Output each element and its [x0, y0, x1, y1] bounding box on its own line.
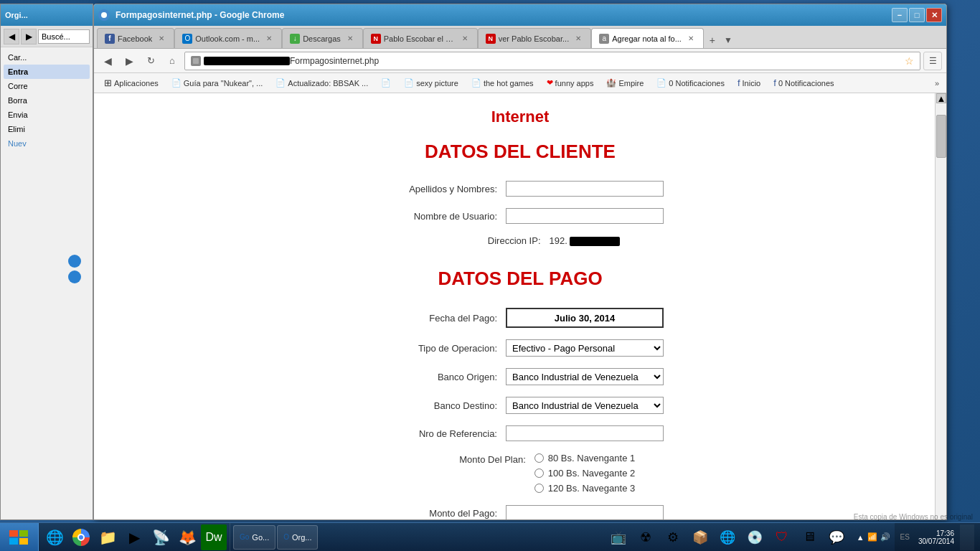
tray-triangle[interactable]: ▲	[857, 533, 864, 542]
ie-icon[interactable]: 🌐	[42, 524, 67, 550]
bbsak-favicon: 📄	[275, 78, 286, 88]
sidebar-item-envia[interactable]: Envia	[4, 108, 90, 122]
reload-btn[interactable]: ↻	[141, 52, 160, 70]
more-tabs-btn[interactable]: ▼	[721, 32, 735, 48]
teamviewer-icon[interactable]: 📺	[606, 524, 631, 550]
tab-close-pablo2[interactable]: ✕	[573, 34, 583, 44]
tab-facebook[interactable]: f Facebook ✕	[97, 28, 174, 48]
sidebar-item-entra[interactable]: Entra	[4, 65, 90, 79]
settings-btn[interactable]: ☰	[923, 52, 942, 70]
system-tray: ▲ 📶 🔊	[852, 532, 895, 542]
taskbar-item-outlook[interactable]: O Org...	[277, 525, 318, 550]
tipo-op-row: Tipo de Operacion: Efectivo - Pago Perso…	[226, 339, 814, 357]
more-bookmarks-btn[interactable]: »	[932, 79, 942, 88]
tab-close-outlook[interactable]: ✕	[264, 34, 274, 44]
box-icon[interactable]: 📦	[687, 524, 713, 550]
tab-agregar[interactable]: a Agregar nota al fo... ✕	[591, 28, 704, 48]
banco-origen-select[interactable]: Banco Industrial de Venezuela Banco de V…	[506, 368, 664, 385]
bookmark-bbsak[interactable]: 📄 Actualizado: BBSAK ...	[270, 75, 374, 91]
tab-close-agregar[interactable]: ✕	[686, 34, 696, 44]
monto-pago-row: Monto del Pago:	[226, 505, 814, 519]
back-btn[interactable]: ◀	[98, 52, 117, 70]
firefox-icon[interactable]: 🦊	[174, 524, 200, 550]
sidebar-item-corre[interactable]: Corre	[4, 79, 90, 93]
nro-ref-input[interactable]	[506, 425, 664, 441]
address-bar[interactable]: Formpagosinternet.php ☆	[184, 52, 920, 70]
sidebar-nav: ◀ ▶ Buscé...	[1, 26, 93, 47]
chrome-icon	[98, 9, 110, 21]
home-btn[interactable]: ⌂	[163, 52, 182, 70]
usuario-input[interactable]	[506, 208, 664, 224]
bookmark-notif2[interactable]: f 0 Notificaciones	[768, 75, 839, 91]
radio-100-input[interactable]	[534, 468, 544, 478]
bookmarks-bar: ⊞ Aplicaciones 📄 Guía para "Nukear", ...…	[94, 73, 946, 93]
tab-pablo2[interactable]: N ver Pablo Escobar... ✕	[478, 28, 591, 48]
sidebar-item-nuev[interactable]: Nuev	[4, 136, 90, 151]
media-icon[interactable]: ▶	[121, 524, 147, 550]
dvd-icon[interactable]: 💿	[742, 524, 768, 550]
bookmark-empire[interactable]: 🏰 Empire	[600, 75, 649, 91]
tab-close-pablo1[interactable]: ✕	[460, 34, 470, 44]
minimize-btn[interactable]: −	[892, 8, 908, 22]
radio-80-input[interactable]	[534, 453, 544, 463]
bookmark-hotgames[interactable]: 📄 the hot games	[466, 75, 540, 91]
monitor-icon[interactable]: 🖥	[796, 524, 822, 550]
sidebar-header: Orgi...	[1, 4, 93, 26]
bookmark-guia[interactable]: 📄 Guía para "Nukear", ...	[166, 75, 269, 91]
bookmark-apps[interactable]: ⊞ Aplicaciones	[98, 75, 164, 91]
banco-destino-select[interactable]: Banco Industrial de Venezuela Banco de V…	[506, 397, 664, 414]
sidebar-icon-blue1	[68, 255, 81, 283]
bookmark-inicio[interactable]: f Inicio	[732, 75, 766, 91]
bookmark-notif1[interactable]: 📄 0 Notificaciones	[651, 75, 730, 91]
new-tab-btn[interactable]: +	[705, 32, 720, 48]
bookmark-funnyapps[interactable]: ❤ funny apps	[541, 75, 600, 91]
bookmark-blank[interactable]: 📄	[375, 75, 397, 91]
nuclear-icon[interactable]: ☢	[633, 524, 659, 550]
taskbar-item-go[interactable]: Go Go...	[233, 525, 275, 550]
dreamweaver-icon[interactable]: Dw	[201, 524, 227, 550]
close-btn[interactable]: ✕	[926, 8, 942, 22]
start-button[interactable]	[0, 523, 39, 552]
monto-pago-label: Monto del Pago:	[377, 508, 506, 519]
show-desktop-btn[interactable]	[960, 524, 974, 550]
bookmark-sexy[interactable]: 📄 sexy picture	[398, 75, 464, 91]
scroll-up-btn[interactable]: ▲	[936, 93, 946, 103]
virus-icon[interactable]: 🛡	[769, 524, 795, 550]
apellidos-input[interactable]	[506, 181, 664, 197]
forward-btn[interactable]: ▶	[120, 52, 138, 70]
skype-icon[interactable]: 💬	[824, 524, 849, 550]
sidebar-search[interactable]: Buscé...	[38, 29, 90, 44]
bookmark-star[interactable]: ☆	[905, 55, 914, 67]
network-icon[interactable]: 🌐	[715, 524, 740, 550]
tab-outlook[interactable]: O Outlook.com - m... ✕	[174, 28, 282, 48]
sidebar-item-elimi[interactable]: Elimi	[4, 122, 90, 136]
maximize-btn[interactable]: □	[909, 8, 925, 22]
windows-genuine-notice: Esta copia de Windows no es original	[854, 513, 973, 521]
section1-title: DATOS DEL CLIENTE	[226, 141, 814, 163]
fecha-input[interactable]	[506, 308, 664, 328]
explorer-icon[interactable]: 📁	[95, 524, 121, 550]
scrollbar-thumb[interactable]	[936, 115, 946, 158]
tab-pablo1[interactable]: N Pablo Escobar el p... ✕	[363, 28, 478, 48]
sidebar-item-car[interactable]: Car...	[4, 50, 90, 65]
plan-radio-100: 100 Bs. Navegante 2	[534, 468, 635, 479]
filezilla-icon[interactable]: 📡	[148, 524, 174, 550]
tab-descargas[interactable]: ↓ Descargas ✕	[282, 28, 363, 48]
browser-content[interactable]: Internet DATOS DEL CLIENTE Apellidos y N…	[94, 93, 946, 519]
page-title: Internet	[226, 108, 814, 126]
tab-close-descargas[interactable]: ✕	[345, 34, 355, 44]
nav-forward-btn[interactable]: ▶	[21, 29, 37, 44]
taskbar-tray-clock[interactable]: ES 17:36 30/07/2014	[895, 523, 980, 551]
tools-icon[interactable]: ⚙	[660, 524, 686, 550]
scrollbar[interactable]: ▲	[935, 93, 946, 519]
blank-favicon: 📄	[381, 78, 391, 88]
plan-120-label: 120 Bs. Navegante 3	[548, 483, 635, 494]
nav-back-btn[interactable]: ◀	[4, 29, 19, 44]
tipo-op-select[interactable]: Efectivo - Pago Personal Transferencia D…	[506, 339, 664, 357]
radio-120-input[interactable]	[534, 484, 544, 493]
chrome-taskbar-icon[interactable]	[68, 524, 94, 550]
sidebar-item-borra[interactable]: Borra	[4, 93, 90, 108]
monto-pago-input[interactable]	[506, 505, 664, 519]
pinned-apps: 🌐 📁 ▶ 📡 🦊 Dw	[39, 523, 230, 551]
tab-close-facebook[interactable]: ✕	[156, 34, 166, 44]
